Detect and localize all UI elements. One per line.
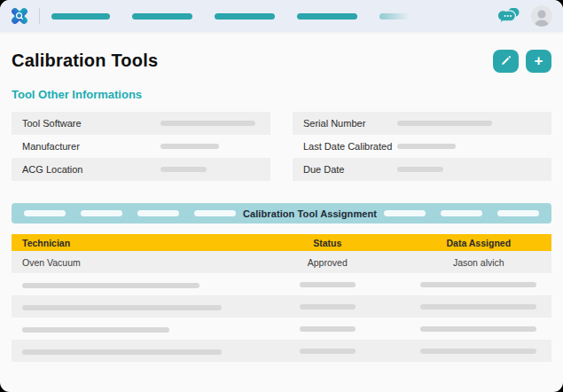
column-header-data-assigned: Data Assigned: [406, 238, 551, 248]
info-field-row: Serial Number: [293, 112, 551, 135]
app-logo-icon[interactable]: [7, 4, 31, 28]
toolbar-item-placeholder[interactable]: [194, 210, 236, 216]
cell-technician: Oven Vacuum: [12, 257, 249, 268]
table-row-placeholder: [12, 295, 551, 318]
nav-item-placeholder[interactable]: [215, 13, 275, 20]
field-label: Last Date Calibrated: [303, 141, 392, 152]
cell-placeholder: [300, 304, 356, 310]
field-label: Due Date: [303, 164, 344, 175]
field-label: Tool Software: [22, 118, 82, 129]
page-title: Calibration Tools: [12, 51, 158, 71]
info-column-right: Serial Number Last Date Calibrated Due D…: [293, 112, 551, 181]
cell-placeholder: [420, 326, 536, 332]
add-button[interactable]: +: [526, 50, 551, 73]
table-row-placeholder: [12, 273, 551, 295]
assignment-toolbar-left: [24, 210, 236, 216]
cell-placeholder: [22, 283, 199, 288]
table-row-placeholder: [12, 340, 551, 362]
info-field-row: Tool Software: [12, 112, 270, 135]
cell-placeholder: [420, 349, 536, 354]
field-label: ACG Location: [22, 164, 82, 175]
assignment-toolbar: Calibration Tool Assignment: [12, 203, 551, 223]
nav-item-placeholder[interactable]: [132, 13, 192, 20]
field-value-placeholder: [397, 144, 456, 149]
column-header-status: Status: [249, 238, 406, 248]
table-header: Technician Status Data Assigned: [12, 234, 551, 251]
toolbar-item-placeholder[interactable]: [81, 210, 122, 216]
cell-placeholder: [300, 282, 356, 287]
edit-button[interactable]: [493, 50, 519, 73]
table-row-placeholder: [12, 318, 551, 340]
assignment-toolbar-right: [384, 210, 539, 216]
cell-placeholder: [300, 326, 356, 332]
cell-placeholder: [300, 349, 356, 354]
nav-right-actions: [498, 5, 552, 27]
nav-item-placeholder-faded: [379, 13, 410, 20]
field-value-placeholder: [160, 167, 207, 172]
toolbar-item-placeholder[interactable]: [497, 210, 539, 216]
info-column-left: Tool Software Manufacturer ACG Location: [12, 112, 270, 181]
section-title: Tool Other Informations: [12, 88, 551, 101]
plus-icon: +: [535, 53, 543, 68]
cell-placeholder: [420, 304, 536, 310]
field-value-placeholder: [397, 121, 492, 126]
field-value-placeholder: [160, 121, 255, 126]
title-actions: +: [493, 50, 551, 73]
top-nav: [0, 0, 563, 32]
toolbar-item-placeholder[interactable]: [384, 210, 426, 216]
cell-placeholder: [22, 349, 222, 355]
user-avatar-icon[interactable]: [531, 5, 552, 27]
nav-menu: [51, 13, 410, 20]
title-row: Calibration Tools +: [12, 49, 551, 73]
info-field-row: ACG Location: [12, 158, 270, 181]
field-value-placeholder: [397, 167, 443, 172]
cell-placeholder: [22, 305, 222, 310]
cell-data-assigned: Jason alvich: [406, 257, 551, 268]
toolbar-item-placeholder[interactable]: [441, 210, 482, 216]
main-content: Calibration Tools + Tool Other Informati…: [0, 49, 563, 362]
info-field-row: Due Date: [293, 158, 551, 181]
field-label: Manufacturer: [22, 141, 80, 152]
nav-item-placeholder[interactable]: [51, 13, 110, 20]
nav-item-placeholder[interactable]: [297, 13, 357, 20]
table-row[interactable]: Oven Vacuum Approved Jason alvich: [12, 251, 551, 273]
info-field-row: Manufacturer: [12, 135, 270, 158]
assignment-band-title: Calibration Tool Assignment: [236, 208, 384, 219]
cell-placeholder: [420, 282, 536, 287]
tool-info-grid: Tool Software Manufacturer ACG Location …: [12, 112, 551, 181]
info-field-row: Last Date Calibrated: [293, 135, 551, 158]
field-label: Serial Number: [303, 118, 365, 129]
pencil-icon: [500, 55, 512, 67]
field-value-placeholder: [160, 144, 219, 149]
toolbar-item-placeholder[interactable]: [137, 210, 179, 216]
assignment-table: Technician Status Data Assigned Oven Vac…: [12, 234, 551, 362]
column-header-technician: Technician: [12, 238, 249, 248]
cell-status: Approved: [249, 257, 406, 268]
cell-placeholder: [22, 327, 169, 333]
nav-divider: [39, 8, 40, 24]
chat-icon[interactable]: [498, 7, 520, 26]
app-window: Calibration Tools + Tool Other Informati…: [0, 0, 563, 392]
toolbar-item-placeholder[interactable]: [24, 210, 66, 216]
